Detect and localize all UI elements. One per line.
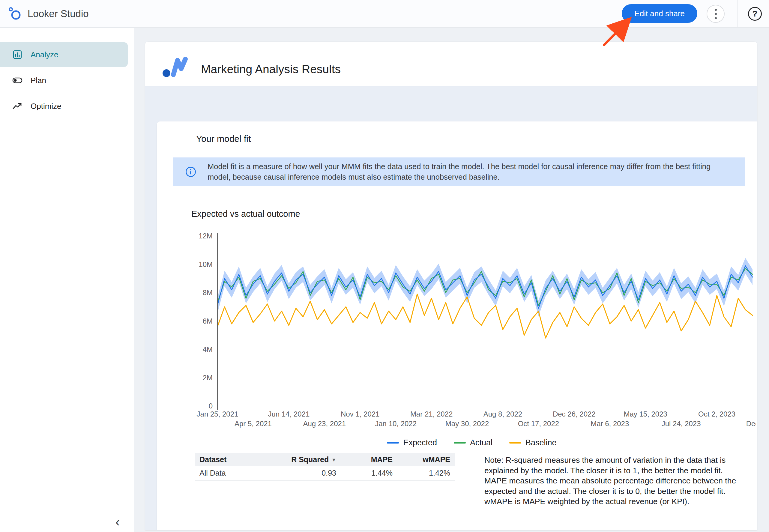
topbar-divider: [737, 0, 738, 28]
cell-dataset: All Data: [195, 469, 265, 477]
sidebar-item-label: Plan: [31, 76, 46, 85]
column-header-mape[interactable]: MAPE: [339, 455, 395, 464]
report-canvas: Your model fit Model fit is a measure of…: [145, 86, 757, 530]
svg-text:0: 0: [209, 402, 213, 410]
cell-rsquared: 0.93: [265, 469, 339, 477]
model-fit-title: Your model fit: [196, 134, 251, 144]
model-fit-table: Dataset R Squared▼ MAPE wMAPE All Data 0…: [195, 453, 455, 530]
collapse-sidebar-button[interactable]: ‹: [108, 512, 127, 531]
svg-text:Dec 26, 2022: Dec 26, 2022: [553, 410, 596, 418]
svg-text:2M: 2M: [203, 374, 213, 382]
column-header-rsquared[interactable]: R Squared▼: [265, 455, 339, 464]
sidebar-item-label: Analyze: [31, 50, 58, 59]
legend-label: Expected: [403, 438, 437, 447]
cell-wmape: 1.42%: [395, 469, 455, 477]
actual-line-swatch: [454, 442, 466, 444]
svg-text:4M: 4M: [203, 345, 213, 353]
svg-text:Oct 17, 2022: Oct 17, 2022: [518, 420, 559, 428]
svg-text:May 30, 2022: May 30, 2022: [445, 420, 489, 428]
svg-text:12M: 12M: [199, 232, 213, 240]
info-banner-text: Model fit is a measure of how well your …: [208, 161, 732, 182]
expected-vs-actual-chart: 02M4M6M8M10M12MJan 25, 2021Apr 5, 2021Ju…: [184, 230, 756, 440]
sidebar: Analyze Plan Optimize ‹: [0, 28, 134, 532]
sidebar-item-plan[interactable]: Plan: [0, 68, 128, 93]
brand: Looker Studio: [8, 0, 89, 28]
legend-item-2: Baseline: [509, 438, 557, 447]
legend-label: Actual: [470, 438, 492, 447]
toggle-icon: [12, 75, 23, 86]
svg-text:Mar 21, 2022: Mar 21, 2022: [410, 410, 453, 418]
column-header-wmape[interactable]: wMAPE: [395, 455, 455, 464]
legend-item-0: Expected: [387, 438, 437, 447]
svg-text:Mar 6, 2023: Mar 6, 2023: [591, 420, 629, 428]
svg-text:Oct 2, 2023: Oct 2, 2023: [698, 410, 735, 418]
svg-text:10M: 10M: [199, 260, 213, 268]
analytics-icon: [12, 49, 23, 60]
legend-label: Baseline: [525, 438, 557, 447]
chart-legend: Expected Actual Baseline: [217, 438, 727, 447]
svg-text:Jun 14, 2021: Jun 14, 2021: [268, 410, 310, 418]
expected-line-swatch: [387, 442, 399, 444]
app-title: Looker Studio: [28, 8, 89, 19]
sort-desc-icon: ▼: [331, 457, 336, 462]
svg-text:Aug 8, 2022: Aug 8, 2022: [483, 410, 522, 418]
svg-text:Jul 24, 2023: Jul 24, 2023: [662, 420, 701, 428]
metrics-note: Note: R-squared measures the amount of v…: [484, 455, 746, 507]
svg-text:Jan 25, 2021: Jan 25, 2021: [197, 410, 238, 418]
svg-text:Dec: Dec: [746, 420, 756, 428]
model-fit-card: Your model fit Model fit is a measure of…: [157, 121, 757, 530]
trending-up-icon: [12, 101, 23, 112]
chart-section-title: Expected vs actual outcome: [191, 209, 300, 219]
table-header-row: Dataset R Squared▼ MAPE wMAPE: [195, 453, 455, 466]
svg-text:Jan 10, 2022: Jan 10, 2022: [375, 420, 417, 428]
svg-text:Aug 23, 2021: Aug 23, 2021: [303, 420, 346, 428]
report-title: Marketing Analysis Results: [201, 63, 341, 76]
table-row: All Data 0.93 1.44% 1.42%: [195, 466, 455, 481]
svg-text:Nov 1, 2021: Nov 1, 2021: [341, 410, 379, 418]
sidebar-item-analyze[interactable]: Analyze: [0, 42, 128, 67]
svg-text:8M: 8M: [203, 288, 213, 297]
report-header: Marketing Analysis Results: [145, 42, 757, 86]
column-header-dataset[interactable]: Dataset: [195, 455, 265, 464]
kebab-icon: [715, 9, 717, 11]
legend-item-1: Actual: [454, 438, 492, 447]
svg-text:May 15, 2023: May 15, 2023: [624, 410, 667, 418]
baseline-line-swatch: [509, 442, 521, 444]
sidebar-item-optimize[interactable]: Optimize: [0, 94, 128, 118]
top-bar: Looker Studio Edit and share ?: [0, 0, 769, 28]
marketing-platform-logo-icon: [162, 54, 192, 80]
chevron-left-icon: ‹: [115, 514, 120, 529]
sidebar-item-label: Optimize: [31, 102, 61, 111]
looker-studio-page: Looker Studio Edit and share ? Analyze: [0, 0, 769, 532]
info-banner: Model fit is a measure of how well your …: [173, 157, 745, 186]
sidebar-nav: Analyze Plan Optimize: [0, 28, 134, 118]
question-mark-icon: ?: [753, 9, 758, 19]
main-content: Marketing Analysis Results Your model fi…: [134, 28, 769, 532]
svg-text:Apr 5, 2021: Apr 5, 2021: [235, 420, 272, 428]
looker-studio-logo-icon: [8, 6, 22, 21]
edit-and-share-button[interactable]: Edit and share: [622, 4, 697, 23]
svg-text:6M: 6M: [203, 317, 213, 325]
report-card: Marketing Analysis Results Your model fi…: [145, 42, 757, 530]
info-icon: [185, 166, 197, 178]
help-button[interactable]: ?: [748, 7, 762, 21]
more-options-button[interactable]: [707, 5, 725, 23]
cell-mape: 1.44%: [339, 469, 395, 477]
